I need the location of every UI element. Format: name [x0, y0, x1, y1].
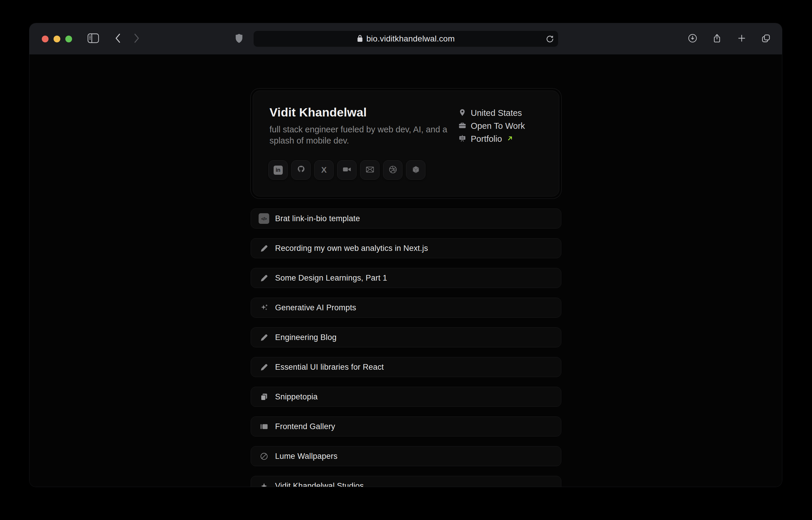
github-icon — [296, 165, 306, 175]
link-label: Engineering Blog — [275, 333, 336, 342]
link-card[interactable]: Frontend Gallery — [251, 416, 561, 437]
address-bar[interactable]: bio.viditkhandelwal.com — [254, 31, 558, 47]
linkedin-icon: in — [274, 165, 283, 175]
profile-detail-label[interactable]: Open To Work — [471, 121, 525, 131]
profile-bio: full stack engineer fueled by web dev, A… — [270, 124, 458, 146]
privacy-report-button[interactable] — [235, 23, 243, 54]
sparkles-icon — [258, 302, 270, 313]
link-label: Generative AI Prompts — [275, 303, 356, 312]
dribbble-icon — [388, 165, 398, 175]
link-card[interactable]: Vidit Khandelwal Studios — [251, 476, 561, 487]
sidebar-toggle-icon — [87, 33, 99, 45]
gallery-icon — [258, 421, 270, 432]
link-label: Brat link-in-bio template — [275, 214, 360, 223]
link-label: Snippetopia — [275, 392, 318, 401]
back-button[interactable] — [114, 23, 121, 54]
circle-slash-icon — [258, 450, 270, 462]
link-card[interactable]: Snippetopia — [251, 387, 561, 407]
video-icon — [342, 165, 352, 175]
link-label: Recording my own web analytics in Next.j… — [275, 244, 428, 253]
link-list: </> Brat link-in-bio template Recording … — [251, 209, 561, 487]
profile-detail-row: Open To Work — [458, 122, 525, 130]
link-label: Lume Wallpapers — [275, 452, 337, 461]
link-label: Frontend Gallery — [275, 422, 335, 431]
link-card[interactable]: Essential UI libraries for React — [251, 357, 561, 377]
lock-icon — [357, 34, 363, 44]
close-window-button[interactable] — [42, 35, 49, 42]
downloads-icon — [688, 33, 697, 44]
pencil-icon — [258, 243, 270, 254]
link-card[interactable]: </> Brat link-in-bio template — [251, 209, 561, 229]
external-arrow-icon — [506, 135, 514, 143]
profile-detail-label[interactable]: Portfolio — [471, 134, 502, 144]
code-brat-icon: </> — [258, 213, 270, 224]
easel-icon — [458, 134, 466, 144]
forward-icon — [133, 33, 140, 45]
star-icon — [258, 480, 270, 487]
browser-toolbar: bio.viditkhandelwal.com — [29, 23, 782, 54]
share-icon — [712, 33, 722, 45]
screenshot-background: bio.viditkhandelwal.com Vidit Khandelwal… — [0, 0, 812, 520]
traffic-lights — [42, 35, 72, 42]
profile-card: Vidit Khandelwal full stack engineer fue… — [251, 88, 561, 199]
sidebar-toggle-button[interactable] — [87, 23, 99, 54]
profile-detail-row: Portfolio — [458, 134, 525, 143]
pencil-icon — [258, 362, 270, 373]
pencil-icon — [258, 272, 270, 284]
profile-details: United States Open To Work Portfolio — [458, 108, 525, 143]
privacy-shield-icon — [235, 33, 243, 45]
social-link-button[interactable] — [406, 160, 425, 180]
briefcase-icon — [458, 122, 466, 131]
profile-name: Vidit Khandelwal — [270, 106, 367, 120]
social-link-button[interactable] — [291, 160, 311, 180]
refresh-button[interactable] — [545, 34, 554, 45]
url-text: bio.viditkhandelwal.com — [366, 34, 455, 44]
share-button[interactable] — [712, 23, 722, 54]
plus-icon — [737, 34, 746, 44]
link-card[interactable]: Recording my own web analytics in Next.j… — [251, 238, 561, 258]
page-content: Vidit Khandelwal full stack engineer fue… — [29, 54, 782, 487]
social-link-button[interactable] — [383, 160, 403, 180]
map-pin-icon — [458, 108, 466, 118]
browser-window: bio.viditkhandelwal.com Vidit Khandelwal… — [29, 23, 782, 487]
link-label: Vidit Khandelwal Studios — [275, 482, 364, 487]
link-label: Essential UI libraries for React — [275, 363, 384, 372]
cube-icon — [411, 165, 421, 175]
social-links: in X — [268, 160, 425, 180]
social-link-button[interactable] — [337, 160, 357, 180]
tab-overview-button[interactable] — [761, 23, 771, 54]
profile-detail-label[interactable]: United States — [471, 108, 522, 118]
social-link-button[interactable]: in — [268, 160, 288, 180]
pencil-icon — [258, 332, 270, 343]
profile-detail-row: United States — [458, 108, 525, 118]
minimize-window-button[interactable] — [54, 35, 60, 42]
x-icon: X — [321, 165, 327, 175]
zoom-window-button[interactable] — [65, 35, 72, 42]
link-card[interactable]: Engineering Blog — [251, 327, 561, 347]
social-link-button[interactable] — [360, 160, 380, 180]
email-icon — [365, 165, 375, 175]
link-card[interactable]: Generative AI Prompts — [251, 297, 561, 318]
link-label: Some Design Learnings, Part 1 — [275, 274, 387, 283]
social-link-button[interactable]: X — [314, 160, 334, 180]
copy-icon — [258, 391, 270, 402]
forward-button[interactable] — [133, 23, 140, 54]
link-card[interactable]: Some Design Learnings, Part 1 — [251, 268, 561, 288]
downloads-button[interactable] — [688, 23, 697, 54]
new-tab-button[interactable] — [737, 23, 746, 54]
link-card[interactable]: Lume Wallpapers — [251, 446, 561, 466]
back-icon — [115, 33, 121, 45]
tab-overview-icon — [761, 33, 771, 45]
